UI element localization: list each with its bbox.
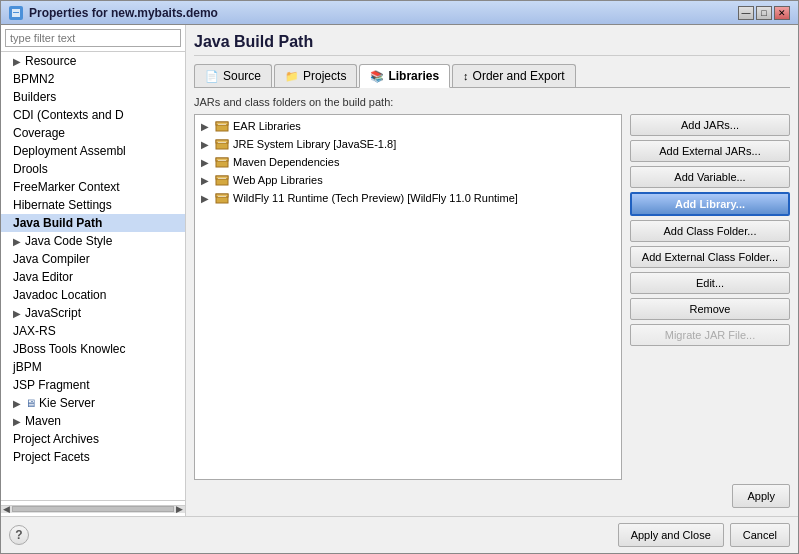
tree-item-jre[interactable]: ▶ JRE System Library [JavaSE-1.8] [197,135,619,153]
order-icon: ↕ [463,70,469,82]
edit-button[interactable]: Edit... [630,272,790,294]
bottom-left: ? [9,525,29,545]
title-bar: Properties for new.mybaits.demo — □ ✕ [1,1,798,25]
title-bar-left: Properties for new.mybaits.demo [9,6,218,20]
apply-button[interactable]: Apply [732,484,790,508]
sidebar-label: Java Build Path [13,216,102,230]
sidebar-item-coverage[interactable]: Coverage [1,124,185,142]
sidebar-label: Drools [13,162,48,176]
source-icon: 📄 [205,70,219,83]
sidebar-item-javaeditor[interactable]: Java Editor [1,268,185,286]
sidebar-label: Deployment Assembl [13,144,126,158]
projects-icon: 📁 [285,70,299,83]
tree-label: JRE System Library [JavaSE-1.8] [233,138,396,150]
apply-close-button[interactable]: Apply and Close [618,523,724,547]
add-jars-button[interactable]: Add JARs... [630,114,790,136]
sidebar-label: Kie Server [39,396,95,410]
add-class-folder-button[interactable]: Add Class Folder... [630,220,790,242]
webapp-icon [215,173,229,187]
sidebar-item-kieserver[interactable]: ▶ 🖥 Kie Server [1,394,185,412]
sidebar-item-javacompiler[interactable]: Java Compiler [1,250,185,268]
tab-source[interactable]: 📄 Source [194,64,272,87]
sidebar-item-hibernate[interactable]: Hibernate Settings [1,196,185,214]
tree-panel[interactable]: ▶ EAR Libraries ▶ JRE System Library [Ja… [194,114,622,480]
add-library-button[interactable]: Add Library... [630,192,790,216]
tab-projects[interactable]: 📁 Projects [274,64,357,87]
main-body: ▶ EAR Libraries ▶ JRE System Library [Ja… [194,114,790,480]
close-button[interactable]: ✕ [774,6,790,20]
filter-box [1,25,185,52]
sidebar-item-javacodestyle[interactable]: ▶ Java Code Style [1,232,185,250]
tree-item-wildfly[interactable]: ▶ WildFly 11 Runtime (Tech Preview) [Wil… [197,189,619,207]
sidebar-label: Javadoc Location [13,288,106,302]
content-area: ▶ Resource BPMN2 Builders CDI (Contexts … [1,25,798,516]
libraries-icon: 📚 [370,70,384,83]
sidebar-label: JBoss Tools Knowlec [13,342,126,356]
add-variable-button[interactable]: Add Variable... [630,166,790,188]
sidebar-item-maven[interactable]: ▶ Maven [1,412,185,430]
sidebar-item-bpmn2[interactable]: BPMN2 [1,70,185,88]
jre-icon [215,137,229,151]
window-icon [9,6,23,20]
restore-button[interactable]: □ [756,6,772,20]
sidebar-item-javadoc[interactable]: Javadoc Location [1,286,185,304]
tree-item-maven[interactable]: ▶ Maven Dependencies [197,153,619,171]
sidebar-item-drools[interactable]: Drools [1,160,185,178]
svg-rect-1 [13,12,19,13]
sidebar-scroll-bar[interactable]: ◀ ▶ [1,500,185,516]
migrate-jar-button[interactable]: Migrate JAR File... [630,324,790,346]
tabs-bar: 📄 Source 📁 Projects 📚 Libraries ↕ Order … [194,64,790,88]
svg-rect-10 [218,160,226,161]
window-title: Properties for new.mybaits.demo [29,6,218,20]
sidebar-item-builders[interactable]: Builders [1,88,185,106]
sidebar-label: JSP Fragment [13,378,89,392]
sidebar-label: JAX-RS [13,324,56,338]
scroll-right-icon[interactable]: ▶ [176,504,183,514]
add-external-jars-button[interactable]: Add External JARs... [630,140,790,162]
sidebar-item-jspfragment[interactable]: JSP Fragment [1,376,185,394]
tree-label: Web App Libraries [233,174,323,186]
main-panel: Java Build Path 📄 Source 📁 Projects 📚 Li… [186,25,798,516]
scroll-left-icon[interactable]: ◀ [3,504,10,514]
svg-rect-16 [218,196,226,197]
arrow-icon: ▶ [13,398,21,409]
help-button[interactable]: ? [9,525,29,545]
sidebar-label: Java Compiler [13,252,90,266]
tree-item-ear[interactable]: ▶ EAR Libraries [197,117,619,135]
sidebar-item-deployment[interactable]: Deployment Assembl [1,142,185,160]
remove-button[interactable]: Remove [630,298,790,320]
arrow-icon: ▶ [13,308,21,319]
sidebar-item-jbpm[interactable]: jBPM [1,358,185,376]
tree-item-webapp[interactable]: ▶ Web App Libraries [197,171,619,189]
sidebar-item-javascript[interactable]: ▶ JavaScript [1,304,185,322]
maven-icon [215,155,229,169]
page-title: Java Build Path [194,33,790,56]
sidebar-item-freemaker[interactable]: FreeMarker Context [1,178,185,196]
sidebar-label: JavaScript [25,306,81,320]
sidebar-label: FreeMarker Context [13,180,120,194]
svg-rect-4 [218,124,226,125]
tab-order-export[interactable]: ↕ Order and Export [452,64,576,87]
arrow-icon: ▶ [13,236,21,247]
minimize-button[interactable]: — [738,6,754,20]
add-external-class-folder-button[interactable]: Add External Class Folder... [630,246,790,268]
sidebar-label: jBPM [13,360,42,374]
sidebar-item-projectfacets[interactable]: Project Facets [1,448,185,466]
svg-rect-7 [218,142,226,143]
sidebar-item-jaxrs[interactable]: JAX-RS [1,322,185,340]
jar-icon [215,119,229,133]
filter-input[interactable] [5,29,181,47]
sidebar-item-resource[interactable]: ▶ Resource [1,52,185,70]
cancel-button[interactable]: Cancel [730,523,790,547]
sidebar-label: CDI (Contexts and D [13,108,124,122]
sidebar-label: Resource [25,54,76,68]
bottom-bar: ? Apply and Close Cancel [1,516,798,553]
sidebar-label: BPMN2 [13,72,54,86]
sidebar-label: Project Facets [13,450,90,464]
sidebar-item-cdi[interactable]: CDI (Contexts and D [1,106,185,124]
tab-libraries[interactable]: 📚 Libraries [359,64,450,88]
sidebar-item-projectarchives[interactable]: Project Archives [1,430,185,448]
sidebar-item-javabuildpath[interactable]: Java Build Path [1,214,185,232]
tree-arrow-icon: ▶ [201,157,211,168]
sidebar-item-jbosstools[interactable]: JBoss Tools Knowlec [1,340,185,358]
